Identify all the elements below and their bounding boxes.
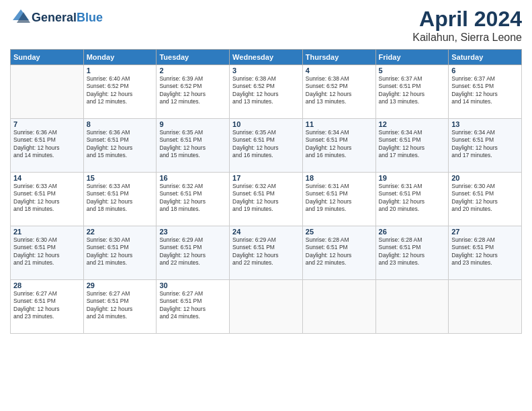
logo: General Blue (10, 7, 103, 28)
calendar-cell: 17Sunrise: 6:32 AMSunset: 6:51 PMDayligh… (230, 173, 303, 226)
day-number: 6 (451, 66, 519, 75)
calendar-cell: 11Sunrise: 6:34 AMSunset: 6:51 PMDayligh… (302, 119, 375, 173)
calendar-cell: 7Sunrise: 6:36 AMSunset: 6:51 PMDaylight… (11, 119, 84, 173)
title-section: April 2024 Kailahun, Sierra Leone (412, 7, 522, 44)
calendar-cell: 24Sunrise: 6:29 AMSunset: 6:51 PMDayligh… (230, 226, 303, 280)
col-wednesday: Wednesday (230, 50, 303, 65)
day-number: 12 (379, 120, 446, 128)
day-info: Sunrise: 6:30 AMSunset: 6:51 PMDaylight:… (451, 183, 519, 214)
day-number: 5 (379, 66, 446, 75)
day-info: Sunrise: 6:35 AMSunset: 6:51 PMDaylight:… (159, 129, 226, 160)
day-info: Sunrise: 6:30 AMSunset: 6:51 PMDaylight:… (87, 236, 154, 267)
day-number: 22 (87, 228, 154, 236)
day-info: Sunrise: 6:36 AMSunset: 6:51 PMDaylight:… (87, 129, 154, 160)
day-number: 15 (87, 174, 154, 182)
day-info: Sunrise: 6:39 AMSunset: 6:52 PMDaylight:… (159, 75, 226, 106)
day-info: Sunrise: 6:33 AMSunset: 6:51 PMDaylight:… (87, 183, 154, 214)
day-info: Sunrise: 6:33 AMSunset: 6:51 PMDaylight:… (13, 183, 81, 214)
calendar-cell: 22Sunrise: 6:30 AMSunset: 6:51 PMDayligh… (83, 226, 157, 280)
col-sunday: Sunday (11, 50, 84, 65)
day-info: Sunrise: 6:36 AMSunset: 6:51 PMDaylight:… (13, 129, 81, 160)
calendar-cell (11, 65, 84, 119)
calendar-cell (302, 280, 375, 334)
header-row: Sunday Monday Tuesday Wednesday Thursday… (11, 50, 522, 65)
calendar-cell: 20Sunrise: 6:30 AMSunset: 6:51 PMDayligh… (449, 173, 522, 226)
day-info: Sunrise: 6:27 AMSunset: 6:51 PMDaylight:… (159, 290, 226, 321)
day-number: 30 (159, 281, 226, 289)
day-info: Sunrise: 6:38 AMSunset: 6:52 PMDaylight:… (306, 75, 373, 106)
calendar-cell: 10Sunrise: 6:35 AMSunset: 6:51 PMDayligh… (230, 119, 303, 173)
day-number: 9 (159, 120, 226, 128)
day-info: Sunrise: 6:32 AMSunset: 6:51 PMDaylight:… (232, 183, 300, 214)
day-info: Sunrise: 6:38 AMSunset: 6:52 PMDaylight:… (232, 75, 300, 106)
day-info: Sunrise: 6:28 AMSunset: 6:51 PMDaylight:… (451, 236, 519, 267)
day-number: 7 (13, 120, 81, 128)
week-row-1: 7Sunrise: 6:36 AMSunset: 6:51 PMDaylight… (11, 119, 522, 173)
day-info: Sunrise: 6:30 AMSunset: 6:51 PMDaylight:… (13, 236, 81, 267)
day-number: 18 (306, 174, 373, 182)
calendar-cell: 2Sunrise: 6:39 AMSunset: 6:52 PMDaylight… (157, 65, 230, 119)
calendar-cell: 27Sunrise: 6:28 AMSunset: 6:51 PMDayligh… (449, 226, 522, 280)
day-info: Sunrise: 6:28 AMSunset: 6:51 PMDaylight:… (379, 236, 446, 267)
col-friday: Friday (375, 50, 449, 65)
calendar-table: Sunday Monday Tuesday Wednesday Thursday… (10, 49, 522, 334)
week-row-0: 1Sunrise: 6:40 AMSunset: 6:52 PMDaylight… (11, 65, 522, 119)
day-info: Sunrise: 6:34 AMSunset: 6:51 PMDaylight:… (306, 129, 373, 160)
day-number: 21 (13, 228, 81, 236)
week-row-3: 21Sunrise: 6:30 AMSunset: 6:51 PMDayligh… (11, 226, 522, 280)
day-number: 13 (451, 120, 519, 128)
logo-general: General (32, 11, 77, 25)
day-info: Sunrise: 6:35 AMSunset: 6:51 PMDaylight:… (232, 129, 300, 160)
day-info: Sunrise: 6:27 AMSunset: 6:51 PMDaylight:… (87, 290, 154, 321)
day-number: 27 (451, 228, 519, 236)
week-row-4: 28Sunrise: 6:27 AMSunset: 6:51 PMDayligh… (11, 280, 522, 334)
day-number: 4 (306, 66, 373, 75)
day-number: 24 (232, 228, 300, 236)
day-info: Sunrise: 6:40 AMSunset: 6:52 PMDaylight:… (87, 75, 154, 106)
calendar-cell: 5Sunrise: 6:37 AMSunset: 6:51 PMDaylight… (375, 65, 449, 119)
logo-text: General Blue (10, 7, 103, 28)
day-number: 16 (159, 174, 226, 182)
day-number: 14 (13, 174, 81, 182)
calendar-cell: 15Sunrise: 6:33 AMSunset: 6:51 PMDayligh… (83, 173, 157, 226)
calendar-cell: 9Sunrise: 6:35 AMSunset: 6:51 PMDaylight… (157, 119, 230, 173)
col-tuesday: Tuesday (157, 50, 230, 65)
day-info: Sunrise: 6:32 AMSunset: 6:51 PMDaylight:… (159, 183, 226, 214)
day-number: 17 (232, 174, 300, 182)
calendar-cell: 23Sunrise: 6:29 AMSunset: 6:51 PMDayligh… (157, 226, 230, 280)
day-number: 28 (13, 281, 81, 289)
col-thursday: Thursday (302, 50, 375, 65)
calendar-cell: 26Sunrise: 6:28 AMSunset: 6:51 PMDayligh… (375, 226, 449, 280)
calendar-cell: 4Sunrise: 6:38 AMSunset: 6:52 PMDaylight… (302, 65, 375, 119)
day-number: 10 (232, 120, 300, 128)
calendar-cell: 1Sunrise: 6:40 AMSunset: 6:52 PMDaylight… (83, 65, 157, 119)
day-number: 29 (87, 281, 154, 289)
logo-blue: Blue (77, 11, 103, 25)
day-info: Sunrise: 6:31 AMSunset: 6:51 PMDaylight:… (306, 183, 373, 214)
day-info: Sunrise: 6:29 AMSunset: 6:51 PMDaylight:… (159, 236, 226, 267)
day-info: Sunrise: 6:28 AMSunset: 6:51 PMDaylight:… (306, 236, 373, 267)
day-info: Sunrise: 6:34 AMSunset: 6:51 PMDaylight:… (451, 129, 519, 160)
calendar-cell: 13Sunrise: 6:34 AMSunset: 6:51 PMDayligh… (449, 119, 522, 173)
day-info: Sunrise: 6:31 AMSunset: 6:51 PMDaylight:… (379, 183, 446, 214)
day-number: 8 (87, 120, 154, 128)
day-number: 11 (306, 120, 373, 128)
page: General Blue April 2024 Kailahun, Sierra… (0, 0, 532, 411)
day-number: 3 (232, 66, 300, 75)
calendar-cell: 14Sunrise: 6:33 AMSunset: 6:51 PMDayligh… (11, 173, 84, 226)
calendar-cell: 3Sunrise: 6:38 AMSunset: 6:52 PMDaylight… (230, 65, 303, 119)
calendar-cell: 30Sunrise: 6:27 AMSunset: 6:51 PMDayligh… (157, 280, 230, 334)
day-number: 26 (379, 228, 446, 236)
week-row-2: 14Sunrise: 6:33 AMSunset: 6:51 PMDayligh… (11, 173, 522, 226)
day-info: Sunrise: 6:37 AMSunset: 6:51 PMDaylight:… (379, 75, 446, 106)
day-number: 2 (159, 66, 226, 75)
calendar-cell (375, 280, 449, 334)
col-monday: Monday (83, 50, 157, 65)
day-number: 1 (87, 66, 154, 75)
calendar-cell: 6Sunrise: 6:37 AMSunset: 6:51 PMDaylight… (449, 65, 522, 119)
calendar-cell: 28Sunrise: 6:27 AMSunset: 6:51 PMDayligh… (11, 280, 84, 334)
calendar-cell: 8Sunrise: 6:36 AMSunset: 6:51 PMDaylight… (83, 119, 157, 173)
day-number: 23 (159, 228, 226, 236)
day-info: Sunrise: 6:37 AMSunset: 6:51 PMDaylight:… (451, 75, 519, 106)
calendar-cell: 12Sunrise: 6:34 AMSunset: 6:51 PMDayligh… (375, 119, 449, 173)
